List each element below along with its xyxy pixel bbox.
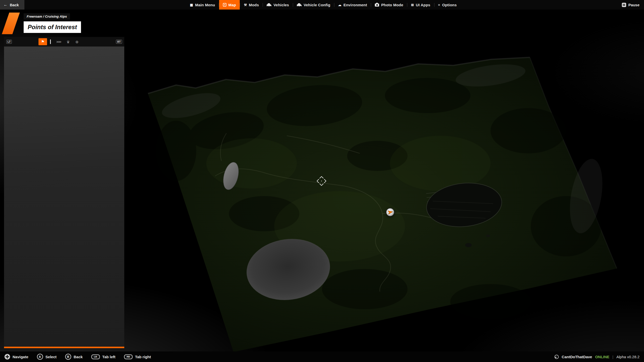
lb-button-icon: LB <box>91 354 100 359</box>
tab-options[interactable]: ≡ Options <box>434 0 461 10</box>
pause-button[interactable]: Pause <box>617 0 644 10</box>
pond-2 <box>486 235 490 237</box>
route-icon[interactable]: ⊕ <box>75 40 79 44</box>
sidebar-accent-bar <box>4 347 124 348</box>
left-trigger-badge: LT <box>6 40 12 44</box>
tab-vehicle-config[interactable]: Vehicle Config <box>293 0 334 10</box>
pause-label: Pause <box>628 3 639 7</box>
mods-icon: ⚒ <box>244 3 247 7</box>
breadcrumb: Freeroam / Cruising Alps <box>24 13 70 20</box>
back-arrow-icon: ← <box>4 3 8 7</box>
beamng-map-screen: ← Back ▦ Main Menu Map ⚒ Mods Vehicles <box>0 0 644 362</box>
pond-1 <box>465 243 472 247</box>
sidebar-tab-indicator <box>50 39 51 44</box>
version-label: Alpha v0.28.2 <box>616 355 639 359</box>
tab-photo-mode[interactable]: Photo Mode <box>371 0 407 10</box>
poi-list-panel[interactable] <box>4 47 124 347</box>
hint-label: Tab left <box>102 355 115 359</box>
tab-main-menu[interactable]: ▦ Main Menu <box>186 0 219 10</box>
controller-hints-bar: Navigate A Select B Back LB Tab left RB … <box>0 351 644 362</box>
tab-label: Map <box>228 3 236 7</box>
tab-label: Vehicles <box>273 3 289 7</box>
page-title: Points of Interest <box>24 21 81 33</box>
tab-label: Vehicle Config <box>304 3 330 7</box>
tab-label: Options <box>442 3 457 7</box>
chevrons-icon[interactable]: >>> <box>56 40 61 43</box>
hint-tab-right: RB Tab right <box>124 354 151 359</box>
sidebar-tab-missions[interactable]: ⚑ <box>38 38 47 45</box>
right-trigger-badge: RT <box>116 40 122 44</box>
options-icon: ≡ <box>438 3 440 7</box>
hint-label: Navigate <box>13 355 28 359</box>
hint-tab-left: LB Tab left <box>91 354 115 359</box>
trophy-icon[interactable]: ♛ <box>66 40 70 44</box>
sidebar-toolbar: LT ⚑ >>> ♛ ⊕ RT <box>4 37 124 47</box>
main-menu-icon: ▦ <box>190 3 193 7</box>
photo-mode-icon <box>375 4 379 7</box>
poi-sidebar: LT ⚑ >>> ♛ ⊕ RT <box>4 37 124 348</box>
tab-label: Photo Mode <box>381 3 403 7</box>
map-cursor-crosshair <box>316 176 327 186</box>
player-position-marker[interactable] <box>386 208 395 217</box>
rb-button-icon: RB <box>124 354 133 359</box>
hint-back: B Back <box>65 354 83 360</box>
player-name: CantDoThatDave <box>562 355 592 359</box>
pause-icon <box>622 3 626 7</box>
online-status-badge: ONLINE <box>595 355 610 359</box>
hint-label: Select <box>46 355 57 359</box>
tab-map[interactable]: Map <box>219 0 240 10</box>
ui-apps-icon: ⊞ <box>411 3 414 7</box>
tab-mods[interactable]: ⚒ Mods <box>240 0 263 10</box>
hint-label: Tab right <box>135 355 151 359</box>
b-button-icon: B <box>65 354 71 360</box>
top-tabs: ▦ Main Menu Map ⚒ Mods Vehicles Vehic <box>186 0 460 10</box>
tab-environment[interactable]: ☁ Environment <box>334 0 371 10</box>
top-nav-bar: ← Back ▦ Main Menu Map ⚒ Mods Vehicles <box>0 0 644 10</box>
environment-icon: ☁ <box>338 3 341 7</box>
hint-select: A Select <box>37 354 57 360</box>
tab-label: Mods <box>249 3 259 7</box>
tab-label: UI Apps <box>416 3 430 7</box>
hint-navigate: Navigate <box>5 354 28 359</box>
flag-icon: ⚑ <box>41 39 44 44</box>
vehicle-config-icon <box>297 4 302 6</box>
map-icon <box>223 3 226 7</box>
tab-label: Environment <box>343 3 367 7</box>
a-button-icon: A <box>37 354 43 360</box>
status-divider: | <box>612 355 613 359</box>
vehicles-icon <box>267 4 271 6</box>
back-label: Back <box>10 3 19 7</box>
steam-icon <box>554 355 559 359</box>
tab-label: Main Menu <box>195 3 215 7</box>
hint-label: Back <box>74 355 83 359</box>
tab-vehicles[interactable]: Vehicles <box>263 0 293 10</box>
tab-ui-apps[interactable]: ⊞ UI Apps <box>407 0 434 10</box>
back-button[interactable]: ← Back <box>0 0 24 10</box>
dpad-icon <box>5 354 10 359</box>
status-area: CantDoThatDave ONLINE | Alpha v0.28.2 <box>554 355 639 359</box>
